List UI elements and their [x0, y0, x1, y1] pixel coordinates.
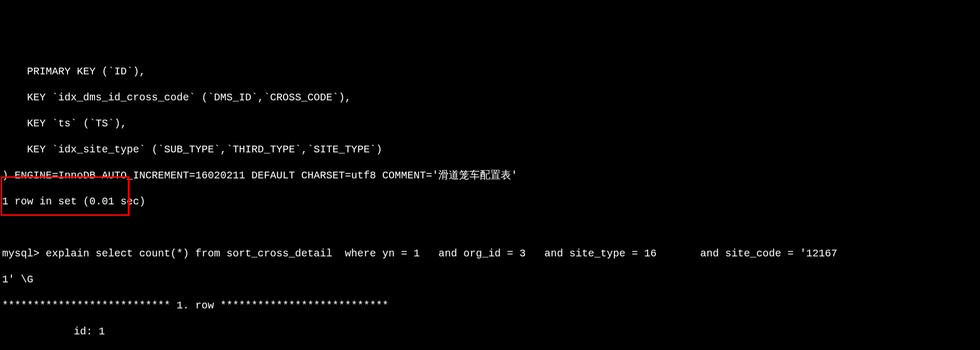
- row-separator: *************************** 1. row *****…: [2, 299, 978, 312]
- schema-engine-line: ) ENGINE=InnoDB AUTO_INCREMENT=16020211 …: [2, 169, 978, 182]
- schema-key-line-1: KEY `idx_dms_id_cross_code` (`DMS_ID`,`C…: [2, 91, 978, 104]
- query-line-2: 1' \G: [2, 273, 978, 286]
- query-line-1: mysql> explain select count(*) from sort…: [2, 247, 978, 260]
- terminal-output: PRIMARY KEY (`ID`), KEY `idx_dms_id_cros…: [0, 52, 980, 350]
- schema-pk-line: PRIMARY KEY (`ID`),: [2, 65, 978, 78]
- blank-line: [2, 221, 978, 234]
- query-text-1: explain select count(*) from sort_cross_…: [46, 248, 837, 260]
- field-label: id: [2, 325, 86, 338]
- explain-row-id: id: 1: [2, 325, 978, 338]
- schema-key-line-3: KEY `idx_site_type` (`SUB_TYPE`,`THIRD_T…: [2, 143, 978, 156]
- schema-key-line-2: KEY `ts` (`TS`),: [2, 117, 978, 130]
- mysql-prompt: mysql>: [2, 248, 46, 260]
- schema-result-line: 1 row in set (0.01 sec): [2, 195, 978, 208]
- field-value: 1: [99, 326, 105, 338]
